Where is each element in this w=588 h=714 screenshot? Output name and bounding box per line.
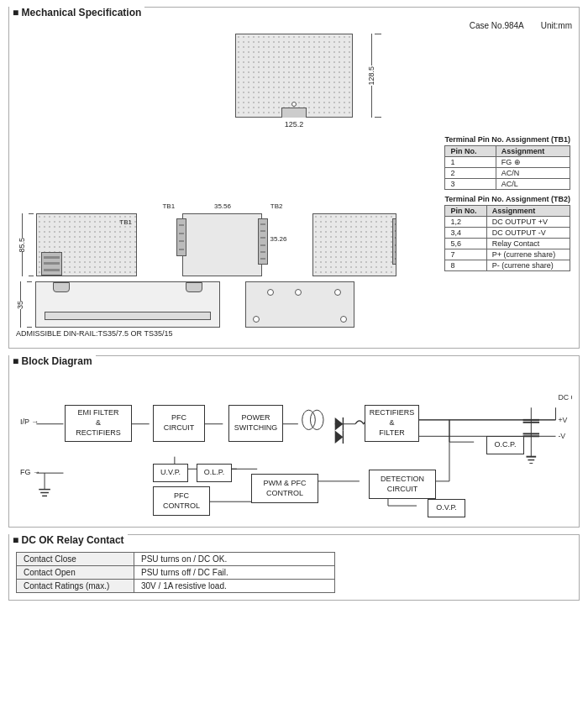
dot2	[295, 289, 302, 296]
pwm-pfc-box: PWM & PFCCONTROL	[251, 474, 318, 503]
table-row: 5,6Relay Contact	[445, 239, 570, 249]
tb1-col-assign: Assignment	[496, 146, 570, 157]
small-box-view	[245, 281, 354, 328]
relay-row-label: Contact Open	[17, 566, 134, 580]
side-view-right	[312, 213, 396, 276]
dot5	[340, 316, 347, 323]
din-view	[35, 281, 220, 328]
relay-header: ■ DC OK Relay Contact	[9, 534, 128, 546]
block-diagram: DC OK +V -V	[16, 373, 572, 520]
tb2-col-pin: Pin No.	[445, 206, 486, 217]
side-view-left: TB1	[36, 213, 137, 276]
tb2-col-assign: Assignment	[486, 206, 570, 217]
pfc-circuit-box: PFCCIRCUIT	[153, 405, 205, 442]
width-dim: 125.2	[235, 120, 353, 129]
din-dim: 35	[16, 301, 24, 309]
svg-text:+V: +V	[558, 416, 567, 424]
unit: Unit:mm	[541, 21, 572, 30]
table-row: Contact Close PSU turns on / DC OK.	[17, 553, 335, 566]
side-view-middle: 35.56 35.26 TB1 TB2	[182, 213, 262, 276]
svg-text:-V: -V	[558, 432, 565, 440]
relay-table: Contact Close PSU turns on / DC OK. Cont…	[16, 552, 335, 593]
block-diagram-section: ■ Block Diagram DC OK	[8, 355, 580, 528]
table-row: Contact Open PSU turns off / DC Fail.	[17, 566, 335, 580]
fg-label: FG →	[20, 468, 40, 476]
block-header: ■ Block Diagram	[9, 355, 96, 367]
tb1-label: TB1	[119, 218, 132, 226]
side-height-dim: 85.5	[18, 238, 26, 253]
relay-row-label: Contact Ratings (max.)	[17, 580, 134, 593]
table-row: 1FG ⊕	[445, 157, 570, 168]
table-row: 3,4DC OUTPUT -V	[445, 228, 570, 239]
mechanical-section: ■ Mechanical Specification Case No.984A …	[8, 7, 580, 349]
top-view-drawing	[235, 34, 353, 118]
tb1-title: Terminal Pin No. Assignment (TB1)	[444, 135, 570, 144]
tb2-title: Terminal Pin No. Assignment (TB2)	[444, 195, 570, 203]
dot3	[334, 289, 341, 296]
mech-top-info: Case No.984A Unit:mm	[16, 21, 572, 30]
ip-label: I/P →	[20, 417, 39, 426]
ovp-box: O.V.P.	[428, 499, 465, 517]
power-switching-box: POWERSWITCHING	[228, 405, 283, 442]
relay-row-value: 30V / 1A resistive load.	[134, 580, 335, 593]
ocp-box: O.C.P.	[486, 436, 524, 454]
svg-marker-43	[335, 431, 344, 444]
dot1	[267, 289, 274, 296]
din-text: ADMISSIBLE DIN-RAIL:TS35/7.5 OR TS35/15	[16, 329, 220, 338]
emi-filter-box: EMI FILTER& RECTIFIERS	[65, 405, 132, 442]
dot4	[253, 316, 260, 323]
table-row: 8P- (currene share)	[445, 260, 570, 271]
rectifiers-box: RECTIFIERS&FILTER	[365, 405, 419, 442]
svg-marker-41	[335, 417, 344, 431]
table-row: 3AC/L	[445, 179, 570, 190]
svg-text:DC OK: DC OK	[558, 393, 572, 402]
tb1-table: Pin No. Assignment 1FG ⊕ 2AC/N 3AC/L	[444, 145, 570, 190]
table-row: Contact Ratings (max.) 30V / 1A resistiv…	[17, 580, 335, 593]
top-view-container: 128.5 125.2	[16, 34, 572, 129]
terminal-tables: Terminal Pin No. Assignment (TB1) Pin No…	[444, 135, 570, 276]
uvp-box: U.V.P.	[153, 464, 188, 482]
detection-box: DETECTIONCIRCUIT	[369, 470, 436, 499]
olp-box: O.L.P.	[197, 464, 232, 482]
relay-row-value: PSU turns off / DC Fail.	[134, 566, 335, 580]
mech-header: ■ Mechanical Specification	[9, 7, 144, 18]
svg-point-45	[302, 410, 316, 429]
case-no: Case No.984A	[470, 21, 524, 30]
pfc-control-box: PFCCONTROL	[153, 486, 210, 516]
table-row: 7P+ (currene share)	[445, 249, 570, 260]
table-row: 1,2DC OUTPUT +V	[445, 217, 570, 228]
relay-section: ■ DC OK Relay Contact Contact Close PSU …	[8, 534, 580, 601]
svg-point-46	[310, 410, 323, 429]
tb1-col-pin: Pin No.	[445, 146, 496, 157]
relay-row-label: Contact Close	[17, 553, 134, 566]
relay-row-value: PSU turns on / DC OK.	[134, 553, 335, 566]
din-row: 35 ADMISSIBLE DIN-RAIL:TS35/7.5 OR TS35/…	[16, 281, 572, 338]
tb2-table: Pin No. Assignment 1,2DC OUTPUT +V 3,4DC…	[444, 205, 570, 271]
table-row: 2AC/N	[445, 168, 570, 179]
